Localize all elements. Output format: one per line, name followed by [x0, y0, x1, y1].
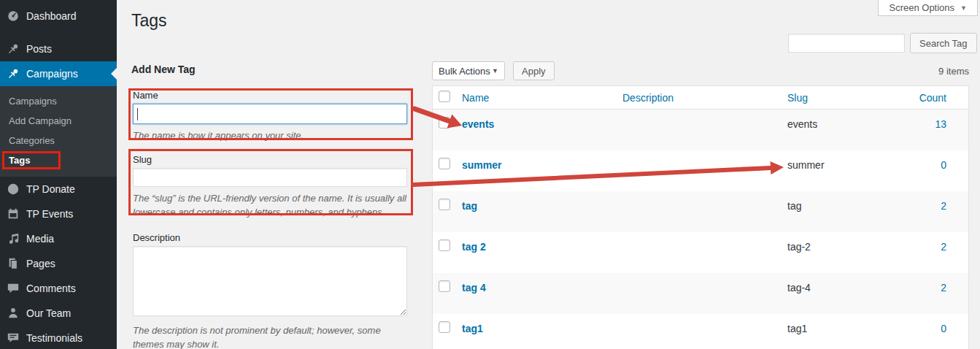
items-count: 9 items	[938, 66, 969, 77]
form-heading: Add New Tag	[131, 64, 407, 75]
wordpress-admin-tags-page: Dashboard Posts Campaigns Campaigns Add …	[0, 0, 980, 349]
screen-options-button[interactable]: Screen Options ▼	[878, 0, 978, 16]
row-checkbox[interactable]	[439, 321, 450, 333]
submenu-item-add-campaign[interactable]: Add Campaign	[0, 111, 117, 131]
sidebar-item-label: Pages	[26, 258, 55, 269]
sidebar-separator	[0, 28, 117, 37]
sidebar-item-comments[interactable]: Comments	[0, 276, 117, 301]
tag-count-link[interactable]: 2	[941, 241, 946, 253]
row-checkbox[interactable]	[439, 117, 450, 129]
screen-options-label: Screen Options	[889, 2, 954, 13]
sidebar-item-campaigns[interactable]: Campaigns	[0, 61, 117, 86]
description-label: Description	[133, 232, 407, 244]
select-all-checkbox[interactable]	[439, 91, 450, 102]
tag-slug: tag-4	[787, 282, 811, 294]
tag-count-link[interactable]: 0	[941, 323, 946, 334]
sidebar-item-label: TP Donate	[26, 183, 75, 195]
table-row: tag tag 2	[433, 191, 968, 232]
tag-description	[622, 273, 787, 314]
column-header-name[interactable]: Name	[462, 92, 489, 104]
comment-icon	[6, 281, 20, 296]
tag-slug: tag-2	[787, 241, 811, 253]
sidebar-item-label: Dashboard	[26, 10, 77, 22]
campaigns-submenu: Campaigns Add Campaign Categories Tags	[0, 86, 117, 177]
tag-count-link[interactable]: 2	[941, 200, 946, 212]
description-textarea[interactable]	[133, 246, 407, 316]
column-header-count[interactable]: Count	[919, 92, 946, 104]
page-title: Tags	[131, 10, 167, 31]
sidebar-item-label: TP Events	[26, 208, 73, 220]
add-new-tag-form: Add New Tag Name The name is how it appe…	[133, 58, 407, 349]
tag-slug: events	[787, 118, 817, 130]
description-field-group: Description The description is not promi…	[133, 232, 407, 349]
text-cursor	[137, 108, 138, 120]
tag-name-link[interactable]: tag 4	[462, 282, 486, 294]
sidebar-item-dashboard[interactable]: Dashboard	[0, 4, 117, 28]
column-header-description[interactable]: Description	[622, 92, 674, 104]
chevron-down-icon: ▼	[960, 4, 967, 12]
name-input[interactable]	[133, 104, 407, 124]
chevron-down-icon: ▼	[492, 67, 498, 74]
name-help-text: The name is how it appears on your site.	[133, 129, 407, 142]
table-row: events events 13	[433, 110, 968, 150]
admin-sidebar: Dashboard Posts Campaigns Campaigns Add …	[0, 0, 117, 349]
calendar-icon	[6, 207, 20, 221]
slug-help-text: The “slug” is the URL-friendly version o…	[133, 191, 407, 219]
tag-description	[622, 232, 787, 273]
tag-count-link[interactable]: 2	[941, 282, 946, 294]
table-header-row: Name Description Slug Count	[433, 86, 968, 110]
testimonial-icon	[6, 331, 20, 345]
row-checkbox[interactable]	[439, 158, 450, 169]
table-row: tag 2 tag-2 2	[433, 232, 968, 273]
name-label: Name	[133, 90, 407, 101]
table-row: tag1 tag1 0	[433, 314, 968, 349]
pushpin-icon	[6, 42, 20, 56]
tag-slug: tag1	[787, 323, 807, 334]
slug-label: Slug	[133, 154, 407, 166]
tag-count-link[interactable]: 0	[941, 159, 946, 171]
search-input[interactable]	[788, 34, 905, 53]
search-tag-button[interactable]: Search Tag	[910, 33, 977, 53]
sidebar-item-media[interactable]: Media	[0, 226, 117, 251]
tag-name-link[interactable]: events	[462, 118, 494, 130]
tag-description	[622, 110, 787, 150]
apply-button[interactable]: Apply	[513, 61, 555, 80]
row-checkbox[interactable]	[439, 239, 450, 251]
row-checkbox[interactable]	[439, 280, 450, 292]
tag-description	[622, 314, 787, 349]
music-note-icon	[6, 231, 20, 246]
sidebar-item-testimonials[interactable]: Testimonials	[0, 326, 117, 349]
bulk-actions-selected: Bulk Actions	[439, 66, 490, 77]
sidebar-item-our-team[interactable]: Our Team	[0, 301, 117, 326]
tag-name-link[interactable]: summer	[462, 159, 501, 171]
column-header-slug[interactable]: Slug	[787, 92, 808, 104]
table-row: summer summer 0	[433, 150, 968, 191]
sidebar-item-label: Testimonials	[26, 332, 82, 344]
tag-name-link[interactable]: tag1	[462, 323, 483, 334]
submenu-item-tags[interactable]: Tags	[0, 150, 117, 170]
person-icon	[6, 306, 20, 321]
tag-slug: tag	[787, 200, 801, 212]
slug-input[interactable]	[133, 168, 407, 187]
table-row: tag 4 tag-4 2	[433, 273, 968, 314]
dashboard-icon	[6, 9, 20, 23]
tag-description	[622, 191, 787, 232]
tag-name-link[interactable]: tag	[462, 200, 477, 212]
tags-table: Name Description Slug Count events event…	[432, 85, 969, 349]
sidebar-item-tp-donate[interactable]: TP Donate	[0, 177, 117, 202]
row-checkbox[interactable]	[439, 199, 450, 210]
sidebar-item-label: Comments	[26, 283, 76, 294]
tag-count-link[interactable]: 13	[935, 118, 946, 130]
tag-name-link[interactable]: tag 2	[462, 241, 486, 253]
description-help-text: The description is not prominent by defa…	[133, 323, 407, 349]
sidebar-item-posts[interactable]: Posts	[0, 37, 117, 61]
slug-field-group: Slug The “slug” is the URL-friendly vers…	[133, 154, 407, 219]
sidebar-item-label: Media	[26, 233, 54, 245]
sidebar-item-label: Posts	[26, 43, 52, 55]
bulk-actions-select[interactable]: Bulk Actions ▼	[432, 61, 505, 80]
sidebar-item-pages[interactable]: Pages	[0, 251, 117, 276]
submenu-item-campaigns[interactable]: Campaigns	[0, 91, 117, 111]
sidebar-item-tp-events[interactable]: TP Events	[0, 202, 117, 226]
sidebar-item-label: Campaigns	[26, 68, 78, 80]
submenu-item-categories[interactable]: Categories	[0, 131, 117, 150]
